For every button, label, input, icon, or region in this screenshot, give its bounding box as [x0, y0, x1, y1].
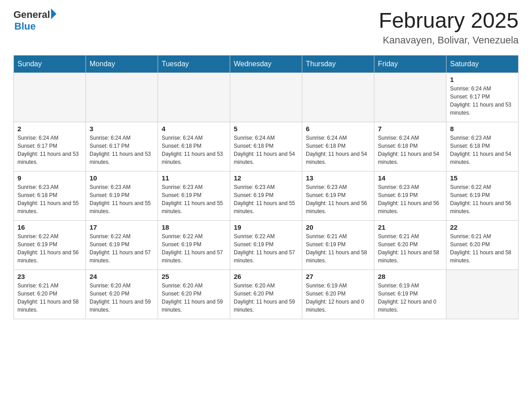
day-info: Sunrise: 6:24 AMSunset: 6:17 PMDaylight:…: [450, 85, 515, 117]
calendar-cell: 10Sunrise: 6:23 AMSunset: 6:19 PMDayligh…: [86, 171, 158, 220]
calendar-cell: 26Sunrise: 6:20 AMSunset: 6:20 PMDayligh…: [230, 270, 302, 319]
day-number: 18: [162, 223, 226, 231]
day-number: 5: [234, 125, 298, 133]
day-info: Sunrise: 6:24 AMSunset: 6:17 PMDaylight:…: [90, 134, 154, 166]
day-info: Sunrise: 6:24 AMSunset: 6:18 PMDaylight:…: [306, 134, 370, 166]
calendar-cell: 6Sunrise: 6:24 AMSunset: 6:18 PMDaylight…: [302, 122, 374, 171]
calendar-cell: 2Sunrise: 6:24 AMSunset: 6:17 PMDaylight…: [14, 122, 86, 171]
day-number: 16: [17, 223, 82, 231]
day-info: Sunrise: 6:24 AMSunset: 6:18 PMDaylight:…: [378, 134, 442, 166]
calendar-cell: 11Sunrise: 6:23 AMSunset: 6:19 PMDayligh…: [158, 171, 230, 220]
day-number: 20: [306, 223, 370, 231]
calendar-cell: 7Sunrise: 6:24 AMSunset: 6:18 PMDaylight…: [374, 122, 446, 171]
day-info: Sunrise: 6:20 AMSunset: 6:20 PMDaylight:…: [162, 282, 226, 314]
day-info: Sunrise: 6:23 AMSunset: 6:19 PMDaylight:…: [162, 183, 226, 215]
day-number: 1: [450, 76, 515, 83]
calendar-table: SundayMondayTuesdayWednesdayThursdayFrid…: [13, 55, 519, 319]
calendar-cell: 3Sunrise: 6:24 AMSunset: 6:17 PMDaylight…: [86, 122, 158, 171]
calendar-cell: 25Sunrise: 6:20 AMSunset: 6:20 PMDayligh…: [158, 270, 230, 319]
calendar-cell: [14, 73, 86, 122]
day-number: 10: [90, 174, 154, 182]
day-info: Sunrise: 6:20 AMSunset: 6:20 PMDaylight:…: [90, 282, 154, 314]
page-header: General Blue February 2025 Kanavayen, Bo…: [13, 9, 519, 46]
day-number: 8: [450, 125, 515, 133]
day-number: 6: [306, 125, 370, 133]
day-info: Sunrise: 6:24 AMSunset: 6:18 PMDaylight:…: [234, 134, 298, 166]
calendar-cell: 5Sunrise: 6:24 AMSunset: 6:18 PMDaylight…: [230, 122, 302, 171]
day-number: 2: [17, 125, 82, 133]
day-info: Sunrise: 6:23 AMSunset: 6:19 PMDaylight:…: [306, 183, 370, 215]
calendar-cell: 18Sunrise: 6:22 AMSunset: 6:19 PMDayligh…: [158, 220, 230, 270]
day-info: Sunrise: 6:21 AMSunset: 6:20 PMDaylight:…: [17, 282, 82, 314]
logo: General Blue: [13, 9, 56, 32]
day-info: Sunrise: 6:23 AMSunset: 6:19 PMDaylight:…: [378, 183, 442, 215]
calendar-cell: 23Sunrise: 6:21 AMSunset: 6:20 PMDayligh…: [14, 270, 86, 319]
day-info: Sunrise: 6:19 AMSunset: 6:19 PMDaylight:…: [378, 282, 442, 314]
day-info: Sunrise: 6:20 AMSunset: 6:20 PMDaylight:…: [234, 282, 298, 314]
calendar-cell: 13Sunrise: 6:23 AMSunset: 6:19 PMDayligh…: [302, 171, 374, 220]
day-number: 26: [234, 273, 298, 280]
logo-arrow-icon: [51, 9, 56, 19]
day-number: 3: [90, 125, 154, 133]
calendar-cell: 15Sunrise: 6:22 AMSunset: 6:19 PMDayligh…: [446, 171, 519, 220]
calendar-cell: 24Sunrise: 6:20 AMSunset: 6:20 PMDayligh…: [86, 270, 158, 319]
logo-general-text: General: [13, 9, 50, 21]
day-number: 12: [234, 174, 298, 182]
day-info: Sunrise: 6:23 AMSunset: 6:19 PMDaylight:…: [90, 183, 154, 215]
calendar-cell: 17Sunrise: 6:22 AMSunset: 6:19 PMDayligh…: [86, 220, 158, 270]
day-number: 15: [450, 174, 515, 182]
calendar-week-row: 16Sunrise: 6:22 AMSunset: 6:19 PMDayligh…: [14, 220, 519, 270]
day-info: Sunrise: 6:19 AMSunset: 6:20 PMDaylight:…: [306, 282, 370, 314]
calendar-cell: [446, 270, 519, 319]
calendar-cell: 4Sunrise: 6:24 AMSunset: 6:18 PMDaylight…: [158, 122, 230, 171]
day-info: Sunrise: 6:21 AMSunset: 6:20 PMDaylight:…: [378, 232, 442, 265]
calendar-cell: [158, 73, 230, 122]
day-info: Sunrise: 6:22 AMSunset: 6:19 PMDaylight:…: [90, 232, 154, 265]
day-number: 27: [306, 273, 370, 280]
day-number: 21: [378, 223, 442, 231]
calendar-cell: 20Sunrise: 6:21 AMSunset: 6:19 PMDayligh…: [302, 220, 374, 270]
day-number: 11: [162, 174, 226, 182]
day-number: 24: [90, 273, 154, 280]
day-info: Sunrise: 6:23 AMSunset: 6:19 PMDaylight:…: [234, 183, 298, 215]
calendar-cell: 12Sunrise: 6:23 AMSunset: 6:19 PMDayligh…: [230, 171, 302, 220]
calendar-cell: 1Sunrise: 6:24 AMSunset: 6:17 PMDaylight…: [446, 73, 519, 122]
weekday-header-saturday: Saturday: [446, 55, 519, 73]
day-number: 13: [306, 174, 370, 182]
day-number: 23: [17, 273, 82, 280]
day-number: 22: [450, 223, 515, 231]
weekday-header-wednesday: Wednesday: [230, 55, 302, 73]
location-title: Kanavayen, Bolivar, Venezuela: [379, 34, 519, 46]
day-info: Sunrise: 6:22 AMSunset: 6:19 PMDaylight:…: [162, 232, 226, 265]
weekday-header-row: SundayMondayTuesdayWednesdayThursdayFrid…: [14, 55, 519, 73]
day-info: Sunrise: 6:23 AMSunset: 6:18 PMDaylight:…: [17, 183, 82, 215]
calendar-cell: [302, 73, 374, 122]
calendar-cell: 9Sunrise: 6:23 AMSunset: 6:18 PMDaylight…: [14, 171, 86, 220]
month-title: February 2025: [379, 9, 519, 33]
day-info: Sunrise: 6:22 AMSunset: 6:19 PMDaylight:…: [234, 232, 298, 265]
calendar-week-row: 23Sunrise: 6:21 AMSunset: 6:20 PMDayligh…: [14, 270, 519, 319]
calendar-cell: [86, 73, 158, 122]
day-number: 28: [378, 273, 442, 280]
logo-blue-text: Blue: [14, 21, 56, 32]
weekday-header-sunday: Sunday: [14, 55, 86, 73]
weekday-header-friday: Friday: [374, 55, 446, 73]
calendar-cell: 19Sunrise: 6:22 AMSunset: 6:19 PMDayligh…: [230, 220, 302, 270]
day-number: 4: [162, 125, 226, 133]
weekday-header-tuesday: Tuesday: [158, 55, 230, 73]
day-info: Sunrise: 6:21 AMSunset: 6:19 PMDaylight:…: [306, 232, 370, 265]
day-number: 7: [378, 125, 442, 133]
day-info: Sunrise: 6:21 AMSunset: 6:20 PMDaylight:…: [450, 232, 515, 265]
day-number: 19: [234, 223, 298, 231]
calendar-cell: 22Sunrise: 6:21 AMSunset: 6:20 PMDayligh…: [446, 220, 519, 270]
day-number: 14: [378, 174, 442, 182]
calendar-week-row: 2Sunrise: 6:24 AMSunset: 6:17 PMDaylight…: [14, 122, 519, 171]
calendar-cell: 8Sunrise: 6:23 AMSunset: 6:18 PMDaylight…: [446, 122, 519, 171]
calendar-cell: 16Sunrise: 6:22 AMSunset: 6:19 PMDayligh…: [14, 220, 86, 270]
day-number: 25: [162, 273, 226, 280]
day-info: Sunrise: 6:22 AMSunset: 6:19 PMDaylight:…: [450, 183, 515, 215]
weekday-header-monday: Monday: [86, 55, 158, 73]
calendar-cell: 28Sunrise: 6:19 AMSunset: 6:19 PMDayligh…: [374, 270, 446, 319]
day-info: Sunrise: 6:22 AMSunset: 6:19 PMDaylight:…: [17, 232, 82, 265]
calendar-cell: 14Sunrise: 6:23 AMSunset: 6:19 PMDayligh…: [374, 171, 446, 220]
